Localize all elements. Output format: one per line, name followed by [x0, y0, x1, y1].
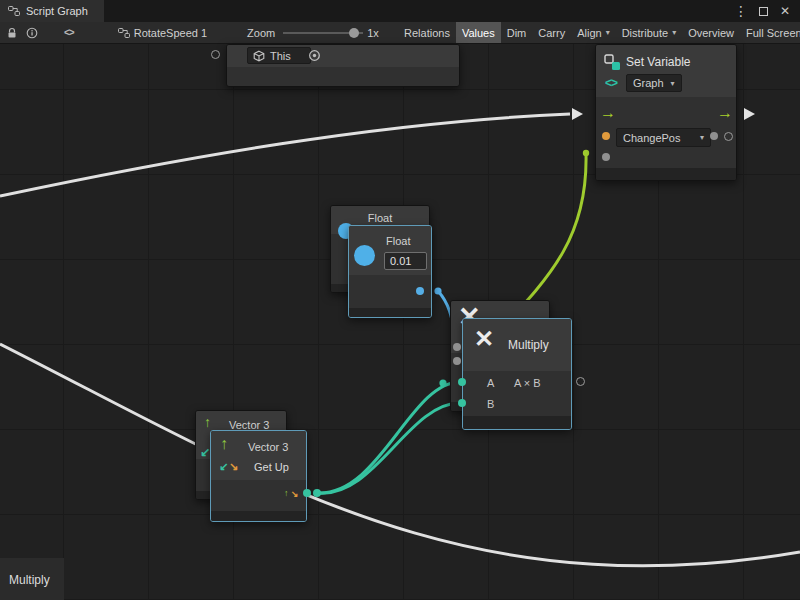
flow-in-triangle[interactable]	[572, 108, 583, 120]
float-value-input[interactable]: 0.01	[384, 252, 427, 270]
port-getup-output[interactable]	[303, 489, 311, 497]
this-label: This	[270, 50, 291, 62]
port-multiply-back-b[interactable]	[453, 357, 461, 365]
dim-label: Dim	[507, 27, 527, 39]
port-multiply-b[interactable]	[458, 399, 466, 407]
full-screen-label: Full Screen	[746, 27, 800, 39]
tab-bar: Script Graph ⋮ ✕	[0, 0, 800, 22]
port-setvar-value-in[interactable]	[602, 153, 610, 161]
node-vector3-get-up[interactable]: ↑ Vector 3 ↙ ↘ Get Up ↑ ↘	[210, 430, 307, 522]
multiply-result-label: A × B	[514, 377, 541, 389]
distribute-label: Distribute	[622, 27, 668, 39]
up-arrow-icon: ↑	[204, 414, 211, 430]
down-left-arrow-icon: ↙	[200, 445, 210, 459]
overview-button[interactable]: Overview	[682, 22, 740, 44]
port-setvar-out[interactable]	[710, 132, 718, 140]
vector3-footer	[211, 511, 306, 521]
multiply-port-a-label: A	[487, 377, 494, 389]
wire-flow-bottom[interactable]	[0, 344, 800, 566]
multiply-port-b-label: B	[487, 398, 494, 410]
object-picker-icon[interactable]	[308, 49, 321, 62]
port-multiply-a[interactable]	[458, 378, 466, 386]
vector3-out-icon-up: ↑	[284, 488, 289, 498]
values-button[interactable]: Values	[456, 22, 501, 44]
maximize-glyph	[759, 7, 768, 16]
tab-script-graph[interactable]: Script Graph	[0, 0, 104, 22]
values-label: Values	[462, 27, 495, 39]
set-variable-footer	[596, 168, 736, 180]
lock-icon[interactable]	[6, 22, 18, 44]
breadcrumb-label: Multiply	[9, 573, 50, 587]
wire-teal-a[interactable]	[317, 382, 460, 493]
variable-name-dropdown[interactable]: ChangePos ▾	[616, 128, 711, 147]
zoom-slider-handle[interactable]	[349, 28, 359, 38]
float-title: Float	[386, 235, 410, 247]
align-dropdown[interactable]: Align▾	[571, 22, 615, 44]
flow-out-triangle[interactable]	[744, 108, 755, 120]
wire-cap-teal-out[interactable]	[313, 489, 321, 497]
node-this[interactable]: This	[226, 44, 460, 87]
full-screen-button[interactable]: Full Screen	[740, 22, 800, 44]
caret-down-icon: ▾	[671, 79, 675, 88]
wire-cap-lime[interactable]	[583, 150, 589, 156]
distribute-dropdown[interactable]: Distribute▾	[616, 22, 682, 44]
overview-label: Overview	[688, 27, 734, 39]
graph-toolbar: <> RotateSpeed 1 Zoom 1x Relations Value…	[0, 22, 800, 44]
wire-flow-in[interactable]	[0, 114, 570, 196]
port-multiply-back-a[interactable]	[453, 343, 461, 351]
vector3-title: Vector 3	[248, 441, 288, 453]
scope-dropdown[interactable]: Graph ▾	[626, 74, 682, 92]
down-right-arrow-icon: ↘	[229, 460, 238, 473]
port-variable-name[interactable]	[602, 132, 610, 140]
script-graph-icon	[8, 5, 20, 17]
float-value: 0.01	[390, 255, 411, 267]
align-label: Align	[577, 27, 601, 39]
down-left-arrow-icon: ↙	[219, 460, 228, 473]
flow-in-arrow-icon: →	[600, 105, 616, 121]
node-set-variable[interactable]: Set Variable <> Graph ▾ → → ChangePos ▾	[595, 44, 737, 181]
get-up-label: Get Up	[254, 461, 289, 473]
port-setvar-out-ring[interactable]	[724, 132, 733, 141]
multiply-icon: ✕	[474, 327, 494, 351]
maximize-icon[interactable]	[755, 3, 771, 19]
caret-down-icon: ▾	[672, 28, 676, 37]
scope-label: Graph	[633, 77, 664, 89]
port-this-input-ring[interactable]	[211, 50, 220, 59]
port-multiply-result-ring[interactable]	[576, 377, 585, 386]
wire-teal-b[interactable]	[317, 403, 460, 493]
node-multiply[interactable]: ✕ Multiply A A × B B	[462, 318, 572, 430]
toolbar-button-group: Relations Values Dim Carry Align▾ Distri…	[398, 22, 800, 44]
script-graph-window: Script Graph ⋮ ✕ <>	[0, 0, 800, 600]
caret-down-icon: ▾	[700, 133, 704, 142]
tab-title: Script Graph	[26, 5, 88, 17]
dim-button[interactable]: Dim	[501, 22, 533, 44]
close-icon[interactable]: ✕	[777, 3, 793, 19]
carry-label: Carry	[538, 27, 565, 39]
flow-out-arrow-icon: →	[717, 105, 733, 121]
port-float-output[interactable]	[416, 287, 424, 295]
carry-button[interactable]: Carry	[532, 22, 571, 44]
info-icon[interactable]	[26, 22, 38, 44]
set-variable-icon	[604, 54, 621, 71]
relations-button[interactable]: Relations	[398, 22, 456, 44]
node-float[interactable]: Float 0.01	[348, 225, 432, 318]
this-object-field[interactable]: This	[247, 47, 311, 64]
caret-down-icon: ▾	[606, 28, 610, 37]
float-footer	[349, 308, 431, 317]
kebab-menu-icon[interactable]: ⋮	[733, 3, 749, 19]
zoom-label: Zoom	[247, 27, 275, 39]
window-controls: ⋮ ✕	[733, 0, 800, 22]
graph-reference-button[interactable]: RotateSpeed 1	[112, 22, 213, 44]
float-type-icon	[354, 245, 375, 266]
zoom-slider[interactable]	[283, 22, 363, 44]
zoom-value: 1x	[367, 27, 379, 39]
graph-ref-icon	[118, 27, 130, 39]
wire-cap-teal-a[interactable]	[439, 379, 446, 386]
multiply-footer	[463, 416, 571, 429]
wire-cap-blue[interactable]	[434, 287, 441, 294]
relations-label: Relations	[404, 27, 450, 39]
code-icon[interactable]: <>	[64, 22, 74, 44]
cube-icon	[253, 50, 265, 62]
vector3-out-icon-diag: ↘	[291, 489, 299, 499]
graph-breadcrumb[interactable]: Multiply	[0, 558, 64, 600]
